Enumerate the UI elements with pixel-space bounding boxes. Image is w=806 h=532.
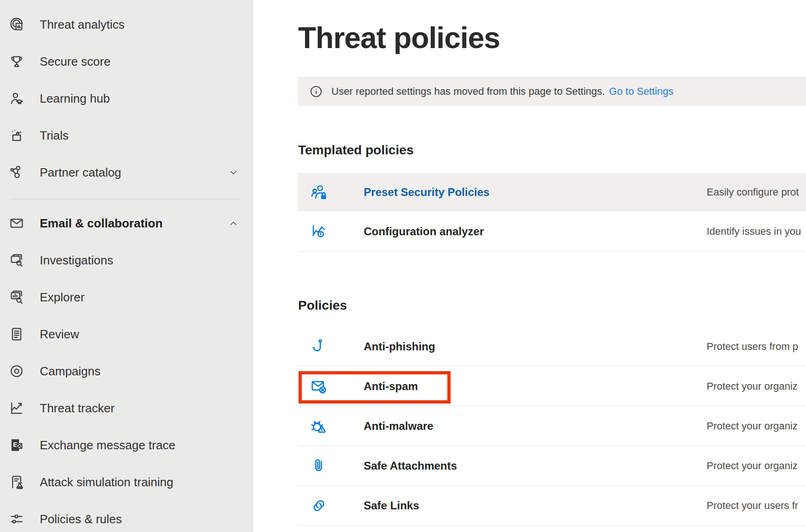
row-safe-attachments[interactable]: Safe Attachments Protect your organiz — [298, 446, 806, 486]
trials-icon — [8, 127, 25, 144]
sidebar-item-learning-hub[interactable]: Learning hub — [0, 80, 253, 117]
left-navigation: Threat analytics Secure score Learning h… — [0, 0, 253, 532]
row-anti-malware[interactable]: Anti-malware Protect your organiz — [298, 406, 806, 446]
row-preset-security-policies[interactable]: Preset Security Policies Easily configur… — [298, 173, 806, 211]
anti-malware-icon — [310, 417, 328, 435]
campaigns-icon — [8, 363, 25, 379]
configuration-analyzer-icon — [310, 222, 328, 241]
banner-message: User reported settings has moved from th… — [331, 86, 605, 98]
sidebar-item-partner-catalog[interactable]: Partner catalog — [0, 154, 253, 191]
sidebar-section-divider — [9, 199, 240, 199]
info-icon — [309, 85, 323, 98]
sidebar-item-attack-simulation-training[interactable]: Attack simulation training — [0, 464, 253, 501]
threat-analytics-icon — [8, 16, 25, 33]
email-collaboration-icon — [8, 215, 25, 232]
anti-spam-icon — [310, 377, 328, 396]
partner-catalog-icon — [8, 164, 25, 181]
policies-list: Anti-phishing Protect users from p Anti-… — [298, 327, 806, 526]
sidebar-item-explorer[interactable]: Explorer — [0, 279, 253, 316]
preset-security-icon — [310, 183, 328, 202]
safe-attachments-icon — [310, 457, 328, 475]
sidebar-item-investigations[interactable]: Investigations — [0, 242, 253, 279]
row-safe-links[interactable]: Safe Links Protect your users fr — [298, 486, 806, 526]
safe-links-icon — [310, 496, 328, 515]
explorer-icon — [8, 289, 25, 306]
learning-hub-icon — [8, 90, 25, 107]
anti-phishing-icon — [310, 337, 328, 356]
chevron-up-icon — [228, 218, 238, 228]
templated-policies-heading: Templated policies — [298, 142, 414, 158]
row-configuration-analyzer[interactable]: Configuration analyzer Identify issues i… — [298, 211, 806, 252]
sidebar-item-campaigns[interactable]: Campaigns — [0, 353, 253, 390]
chevron-down-icon — [228, 167, 238, 177]
row-anti-phishing[interactable]: Anti-phishing Protect users from p — [298, 327, 806, 367]
investigations-icon — [8, 252, 25, 269]
defender-portal: Threat analytics Secure score Learning h… — [0, 0, 806, 532]
attack-simulation-icon — [8, 474, 25, 490]
threat-tracker-icon — [8, 400, 25, 416]
go-to-settings-link[interactable]: Go to Settings — [609, 86, 673, 98]
sidebar-item-exchange-message-trace[interactable]: E Exchange message trace — [0, 427, 253, 464]
policies-heading: Policies — [298, 298, 347, 313]
sidebar-item-email-collaboration[interactable]: Email & collaboration — [0, 205, 253, 242]
sidebar-item-policies-rules[interactable]: Policies & rules — [0, 501, 253, 532]
main-content: Threat policies User reported settings h… — [253, 0, 806, 532]
page-title: Threat policies — [298, 19, 500, 56]
row-anti-spam[interactable]: Anti-spam Protect your organiz — [298, 367, 806, 406]
policies-rules-icon — [8, 511, 25, 527]
sidebar-item-review[interactable]: Review — [0, 316, 253, 353]
templated-policies-list: Preset Security Policies Easily configur… — [298, 173, 806, 252]
secure-score-icon — [8, 53, 25, 70]
info-banner: User reported settings has moved from th… — [298, 77, 806, 106]
sidebar-item-trials[interactable]: Trials — [0, 117, 253, 154]
review-icon — [8, 326, 25, 342]
sidebar-item-threat-analytics[interactable]: Threat analytics — [0, 6, 253, 43]
sidebar-item-threat-tracker[interactable]: Threat tracker — [0, 390, 253, 427]
exchange-icon: E — [8, 437, 25, 453]
sidebar-item-secure-score[interactable]: Secure score — [0, 43, 253, 80]
